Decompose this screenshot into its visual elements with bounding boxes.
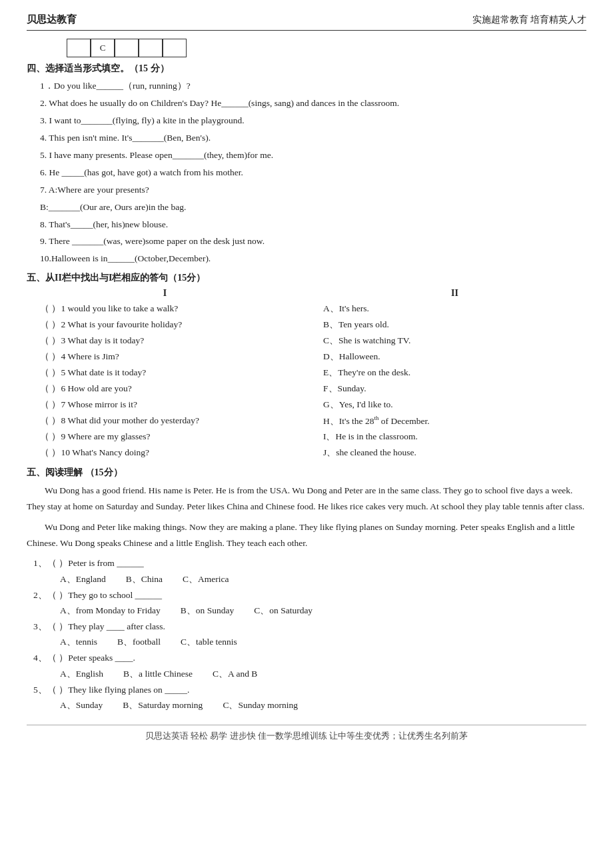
answer-box: [163, 39, 187, 57]
reading-question-group: 2、（ ）They go to school ______A、from Mond…: [33, 587, 586, 617]
matching-columns: I （ ）1 would you like to take a walk?（ ）…: [27, 288, 586, 461]
question-item: 1．Do you like______（run, running）?: [40, 79, 586, 94]
column-II: II A、It's hers.B、Ten years old.C、She is …: [303, 288, 586, 461]
reading-question-group: 3、（ ）They play ____ after class.A、tennis…: [33, 619, 586, 648]
col1-header: I: [27, 288, 303, 299]
reading-question-num: 1、（ ）Peter is from ______: [33, 555, 586, 571]
section5-title: 五、从II栏中找出与I栏相应的答句（15分）: [27, 272, 586, 284]
col2-match-item: H、It's the 28th of December.: [323, 413, 586, 429]
col1-match-item: （ ）5 What date is it today?: [40, 365, 303, 381]
col2-match-item: I、He is in the classroom.: [323, 429, 586, 445]
answer-box: [67, 39, 91, 57]
col1-match-item: （ ）2 What is your favourite holiday?: [40, 317, 303, 333]
header-school: 贝思达教育: [27, 13, 77, 26]
reading-option: A、Sunday: [60, 699, 103, 711]
col2-match-item: A、It's hers.: [323, 301, 586, 317]
question-item: 6. He _____(has got, have got) a watch f…: [40, 165, 586, 181]
passage2: Wu Dong and Peter like making things. No…: [27, 519, 586, 552]
answer-box: [139, 39, 163, 57]
question-item: 8. That's_____(her, his)new blouse.: [40, 217, 586, 233]
question-item: 10.Halloween is in______(October,Decembe…: [40, 251, 586, 267]
reading-question-group: 4、（ ）Peter speaks ____.A、EnglishB、a litt…: [33, 650, 586, 679]
reading-option: B、Saturday morning: [123, 699, 203, 711]
section4: 四、选择适当形式填空。（15 分） 1．Do you like______（ru…: [27, 63, 586, 267]
page-header: 贝思达教育 实施超常教育 培育精英人才: [27, 13, 586, 31]
section4-title: 四、选择适当形式填空。（15 分）: [27, 63, 586, 75]
reading-question-options: A、EnglishB、a little ChineseC、A and B: [60, 668, 586, 680]
col2-header: II: [323, 288, 586, 299]
passage1: Wu Dong has a good friend. His name is P…: [27, 483, 586, 515]
col2-match-item: C、She is watching TV.: [323, 333, 586, 349]
reading-questions: 1、（ ）Peter is from ______A、EnglandB、Chin…: [33, 555, 586, 711]
reading-question-options: A、tennisB、footballC、table tennis: [60, 636, 586, 648]
reading-question-options: A、from Monday to FridayB、on SundayC、on S…: [60, 605, 586, 617]
section5: 五、从II栏中找出与I栏相应的答句（15分） I （ ）1 would you …: [27, 272, 586, 461]
col1-match-item: （ ）9 Where are my glasses?: [40, 429, 303, 445]
reading-option: B、a little Chinese: [123, 668, 193, 680]
col1-match-item: （ ）4 Where is Jim?: [40, 349, 303, 365]
question-item: 7. A:Where are your presents?: [40, 183, 586, 198]
answer-box: C: [91, 39, 115, 57]
question-item: 9. There _______(was, were)some paper on…: [40, 234, 586, 249]
col2-match-item: E、They're on the desk.: [323, 365, 586, 381]
reading-option: C、table tennis: [181, 636, 237, 648]
col2-items: A、It's hers.B、Ten years old.C、She is wat…: [323, 301, 586, 461]
col1-match-item: （ ）7 Whose mirror is it?: [40, 397, 303, 413]
reading-option: B、football: [117, 636, 161, 648]
reading-option: A、tennis: [60, 636, 97, 648]
col1-match-item: （ ）3 What day is it today?: [40, 333, 303, 349]
reading-section: 五、阅读理解 （15分） Wu Dong has a good friend. …: [27, 467, 586, 711]
footer-text: 贝思达英语 轻松 易学 进步快 佳一数学思维训练 让中等生变优秀；让优秀生名列前…: [145, 731, 468, 741]
reading-option: C、A and B: [213, 668, 257, 680]
answer-boxes: C: [67, 39, 586, 57]
col1-match-item: （ ）1 would you like to take a walk?: [40, 301, 303, 317]
question-item: B:_______(Our are, Ours are)in the bag.: [40, 200, 586, 215]
reading-option: B、on Sunday: [181, 605, 234, 617]
reading-question-group: 1、（ ）Peter is from ______A、EnglandB、Chin…: [33, 555, 586, 585]
reading-option: C、America: [183, 573, 229, 585]
reading-question-group: 5、（ ）They like flying planes on _____.A、…: [33, 682, 586, 711]
reading-option: B、China: [126, 573, 163, 585]
reading-option: C、on Saturday: [254, 605, 312, 617]
col2-match-item: G、Yes, I'd like to.: [323, 397, 586, 413]
page-footer: 贝思达英语 轻松 易学 进步快 佳一数学思维训练 让中等生变优秀；让优秀生名列前…: [27, 725, 586, 742]
question-item: 4. This pen isn't mine. It's_______(Ben,…: [40, 131, 586, 146]
col1-match-item: （ ）8 What did your mother do yesterday?: [40, 413, 303, 429]
col1-match-item: （ ）6 How old are you?: [40, 381, 303, 397]
col2-match-item: B、Ten years old.: [323, 317, 586, 333]
col1-items: （ ）1 would you like to take a walk?（ ）2 …: [40, 301, 303, 460]
reading-option: A、from Monday to Friday: [60, 605, 161, 617]
reading-question-num: 3、（ ）They play ____ after class.: [33, 619, 586, 635]
question-item: 3. I want to_______(flying, fly) a kite …: [40, 113, 586, 129]
col2-match-item: J、she cleaned the house.: [323, 445, 586, 461]
column-I: I （ ）1 would you like to take a walk?（ ）…: [27, 288, 303, 461]
reading-question-num: 5、（ ）They like flying planes on _____.: [33, 682, 586, 698]
col2-match-item: D、Halloween.: [323, 349, 586, 365]
reading-title: 五、阅读理解 （15分）: [27, 467, 586, 479]
reading-option: A、England: [60, 573, 106, 585]
question-item: 2. What does he usually do on Children's…: [40, 96, 586, 111]
answer-box: [115, 39, 139, 57]
col2-match-item: F、Sunday.: [323, 381, 586, 397]
question-item: 5. I have many presents. Please open____…: [40, 148, 586, 163]
reading-question-options: A、EnglandB、ChinaC、America: [60, 573, 586, 585]
col1-match-item: （ ）10 What's Nancy doing?: [40, 445, 303, 461]
reading-option: C、Sunday morning: [223, 699, 298, 711]
reading-question-options: A、SundayB、Saturday morningC、Sunday morni…: [60, 699, 586, 711]
section4-questions: 1．Do you like______（run, running）?2. Wha…: [40, 79, 586, 267]
reading-question-num: 2、（ ）They go to school ______: [33, 587, 586, 603]
reading-question-num: 4、（ ）Peter speaks ____.: [33, 650, 586, 666]
reading-option: A、English: [60, 668, 103, 680]
header-motto: 实施超常教育 培育精英人才: [472, 14, 587, 26]
